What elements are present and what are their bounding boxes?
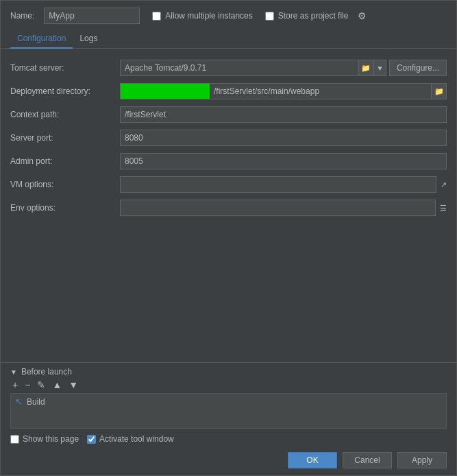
- tabs-bar: Configuration Logs: [1, 29, 456, 49]
- vm-options-input[interactable]: [120, 176, 436, 193]
- dropdown-icon: ▼: [377, 64, 384, 72]
- allow-multiple-group: Allow multiple instances: [152, 11, 252, 21]
- remove-task-button[interactable]: −: [23, 379, 32, 390]
- build-item: ↖ Build: [15, 396, 442, 407]
- env-options-control-area: ☰: [120, 200, 447, 216]
- name-input[interactable]: [44, 8, 140, 24]
- build-label: Build: [27, 397, 45, 407]
- admin-port-input[interactable]: [120, 153, 447, 169]
- ok-button[interactable]: OK: [288, 452, 337, 468]
- tab-logs[interactable]: Logs: [73, 29, 104, 49]
- env-list-icon[interactable]: ☰: [440, 204, 447, 213]
- before-launch-section: ▼ Before launch + − ✎ ▲ ▼ ↖ Build: [1, 362, 456, 429]
- before-launch-title: Before launch: [21, 367, 72, 377]
- before-launch-toolbar: + − ✎ ▲ ▼: [10, 379, 447, 390]
- vm-options-label: VM options:: [10, 180, 120, 189]
- store-as-project-group: Store as project file: [265, 11, 349, 21]
- server-port-control-area: [120, 130, 447, 146]
- tomcat-server-row: Tomcat server: 📁 ▼ Configure...: [10, 58, 447, 78]
- deployment-control-area: /firstServlet/src/main/webapp 📁: [120, 83, 447, 99]
- main-content: Tomcat server: 📁 ▼ Configure...: [1, 49, 456, 362]
- deployment-label: Deployment directory:: [10, 86, 120, 96]
- context-path-row: Context path:: [10, 105, 447, 124]
- deployment-directory-row: Deployment directory: /firstServlet/src/…: [10, 82, 447, 101]
- tomcat-control-area: 📁 ▼ Configure...: [120, 60, 447, 76]
- server-port-input[interactable]: [120, 130, 447, 146]
- move-up-button[interactable]: ▲: [50, 379, 64, 390]
- deploy-green-highlight: [121, 84, 210, 99]
- server-port-label: Server port:: [10, 133, 120, 143]
- admin-port-row: Admin port:: [10, 152, 447, 171]
- move-down-button[interactable]: ▼: [66, 379, 80, 390]
- show-this-page-label: Show this page: [10, 434, 79, 444]
- tomcat-folder-btn[interactable]: 📁: [358, 60, 373, 75]
- store-as-project-checkbox[interactable]: [265, 12, 274, 21]
- tomcat-dropdown-btn[interactable]: ▼: [373, 60, 386, 75]
- deploy-folder-btn[interactable]: 📁: [431, 84, 446, 99]
- tomcat-input[interactable]: [121, 60, 358, 75]
- admin-port-control-area: [120, 153, 447, 169]
- dialog-buttons: OK Cancel Apply: [1, 447, 456, 475]
- footer-options: Show this page Activate tool window: [1, 429, 456, 447]
- collapse-arrow-icon[interactable]: ▼: [10, 368, 17, 376]
- tomcat-input-wrap: 📁 ▼: [120, 60, 386, 76]
- apply-button[interactable]: Apply: [397, 452, 447, 468]
- deploy-folder-icon: 📁: [434, 87, 444, 96]
- context-input[interactable]: [120, 106, 447, 123]
- allow-multiple-label: Allow multiple instances: [165, 11, 252, 21]
- activate-tool-window-checkbox[interactable]: [87, 435, 96, 444]
- allow-multiple-checkbox[interactable]: [152, 12, 161, 21]
- show-this-page-text: Show this page: [23, 434, 79, 444]
- cancel-button[interactable]: Cancel: [343, 452, 392, 468]
- folder-icon: 📁: [361, 64, 371, 73]
- deploy-input-wrap: /firstServlet/src/main/webapp 📁: [120, 83, 447, 99]
- run-config-dialog: Name: Allow multiple instances Store as …: [0, 0, 457, 476]
- vm-options-control-area: ↗: [120, 176, 447, 193]
- before-launch-header: ▼ Before launch: [10, 367, 447, 377]
- header-row: Name: Allow multiple instances Store as …: [1, 1, 456, 29]
- deploy-path-text: /firstServlet/src/main/webapp: [210, 86, 431, 96]
- form-area: Tomcat server: 📁 ▼ Configure...: [10, 58, 447, 222]
- env-options-input[interactable]: [120, 200, 436, 216]
- vm-options-row: VM options: ↗: [10, 175, 447, 194]
- server-port-row: Server port:: [10, 128, 447, 147]
- activate-tool-window-label: Activate tool window: [87, 434, 174, 444]
- store-as-project-label: Store as project file: [278, 11, 349, 21]
- env-options-label: Env options:: [10, 203, 120, 213]
- tab-configuration[interactable]: Configuration: [10, 29, 73, 49]
- gear-icon[interactable]: ⚙: [358, 10, 367, 21]
- show-this-page-checkbox[interactable]: [10, 435, 19, 444]
- name-label: Name:: [10, 11, 34, 21]
- admin-port-label: Admin port:: [10, 156, 120, 166]
- add-task-button[interactable]: +: [10, 379, 20, 390]
- context-label: Context path:: [10, 110, 120, 119]
- edit-task-button[interactable]: ✎: [35, 379, 47, 390]
- activate-tool-window-text: Activate tool window: [99, 434, 174, 444]
- build-arrow-icon: ↖: [15, 396, 23, 407]
- env-options-row: Env options: ☰: [10, 198, 447, 217]
- context-control-area: [120, 106, 447, 123]
- tomcat-label: Tomcat server:: [10, 63, 120, 73]
- configure-button[interactable]: Configure...: [389, 60, 447, 76]
- before-launch-list: ↖ Build: [10, 393, 447, 429]
- vm-expand-icon[interactable]: ↗: [441, 180, 447, 189]
